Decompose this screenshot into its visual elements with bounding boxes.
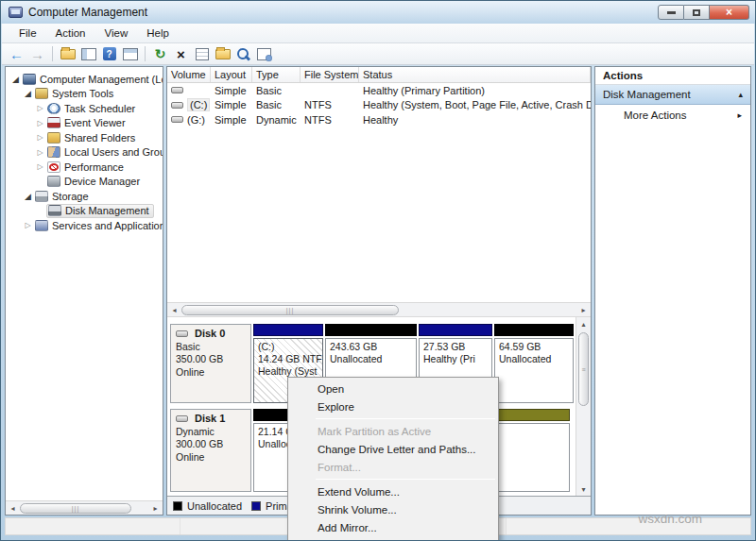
- disk-name-text: Disk 0: [195, 328, 225, 341]
- close-button[interactable]: ×: [710, 5, 749, 20]
- menu-file[interactable]: File: [9, 25, 46, 41]
- refresh-icon[interactable]: ↻: [150, 44, 170, 63]
- tree-item-services-and-applications[interactable]: ▷Services and Applications: [6, 218, 163, 233]
- disk-view-vertical-scrollbar[interactable]: ▴ ≡ ▾: [576, 317, 591, 496]
- actions-disk-management-header[interactable]: Disk Management ▴: [595, 85, 750, 105]
- tree-item-computer-management-local-[interactable]: ◢Computer Management (Local): [6, 72, 163, 87]
- volume-list-horizontal-scrollbar[interactable]: ◂ ||| ▸: [167, 302, 591, 317]
- context-menu-item-shrink-volume[interactable]: Shrink Volume...: [289, 500, 497, 518]
- volume-row-g[interactable]: (G:)SimpleDynamicNTFSHealthy: [167, 112, 591, 127]
- tree-item-storage[interactable]: ◢Storage: [6, 189, 163, 204]
- maximize-button[interactable]: [684, 5, 710, 20]
- open-folder-icon[interactable]: [213, 44, 232, 63]
- partition-label: (C:): [258, 341, 318, 353]
- context-menu-item-open[interactable]: Open: [289, 380, 497, 397]
- tree-item-label: Local Users and Groups: [64, 146, 163, 158]
- tree-item-task-scheduler[interactable]: ▷Task Scheduler: [6, 101, 163, 116]
- scroll-right-icon[interactable]: ▸: [576, 303, 591, 316]
- more-actions-item[interactable]: More Actions ▸: [595, 105, 750, 125]
- console-tree-icon[interactable]: [78, 44, 98, 63]
- window-title: Computer Management: [28, 6, 147, 19]
- menu-action[interactable]: Action: [46, 25, 95, 41]
- help-icon[interactable]: ?: [99, 44, 119, 63]
- delete-icon[interactable]: ×: [171, 44, 191, 63]
- disk-label-disk-1[interactable]: Disk 1Dynamic300.00 GBOnline: [170, 409, 251, 492]
- device-manager-icon: [47, 176, 60, 187]
- scroll-thumb[interactable]: |||: [20, 503, 131, 514]
- tree-item-label: Event Viewer: [64, 117, 126, 128]
- tree-selection: Disk Management: [46, 204, 154, 218]
- tree-collapsed-arrow-icon[interactable]: ▷: [22, 221, 34, 229]
- type-cell: Dynamic: [252, 114, 301, 126]
- volume-list: SimpleBasicHealthy (Primary Partition)(C…: [167, 83, 591, 302]
- scroll-thumb[interactable]: |||: [181, 305, 399, 315]
- title-bar: Computer Management ×: [1, 1, 755, 24]
- search-icon[interactable]: [233, 44, 253, 63]
- tree-item-device-manager[interactable]: Device Manager: [6, 175, 163, 190]
- tree-expanded-arrow-icon[interactable]: ◢: [9, 75, 22, 84]
- collapse-icon[interactable]: ▴: [738, 90, 743, 99]
- scroll-right-icon[interactable]: ▸: [148, 501, 163, 515]
- tree-item-label: Computer Management (Local): [40, 74, 163, 85]
- minimize-button[interactable]: [658, 5, 684, 20]
- shared-folders-icon: [47, 132, 60, 144]
- delete-icon: ×: [177, 46, 185, 62]
- column-header-type[interactable]: Type: [252, 67, 301, 82]
- context-menu-item-explore[interactable]: Explore: [289, 397, 497, 415]
- column-header-status[interactable]: Status: [359, 67, 591, 82]
- tree-collapsed-arrow-icon[interactable]: ▷: [34, 119, 46, 127]
- tree-item-disk-management[interactable]: Disk Management: [6, 204, 163, 219]
- tree-item-system-tools[interactable]: ◢System Tools: [6, 87, 163, 102]
- console-window-icon[interactable]: [120, 44, 140, 63]
- disk-label-disk-0[interactable]: Disk 0Basic350.00 GBOnline: [170, 324, 251, 403]
- toolbar-separator: [145, 46, 146, 61]
- partition-body[interactable]: 64.59 GBUnallocated: [494, 338, 574, 403]
- tree-item-label: Performance: [64, 161, 124, 173]
- forward-icon[interactable]: →: [27, 44, 47, 63]
- tree-collapsed-arrow-icon[interactable]: ▷: [34, 104, 46, 112]
- scroll-down-icon[interactable]: ▾: [576, 482, 591, 496]
- context-menu-item-add-mirror[interactable]: Add Mirror...: [289, 518, 497, 536]
- tree-horizontal-scrollbar[interactable]: ◂ ||| ▸: [6, 500, 163, 515]
- volume-row[interactable]: SimpleBasicHealthy (Primary Partition): [167, 83, 591, 98]
- partition-color-bar: [253, 324, 323, 336]
- column-header-volume[interactable]: Volume: [167, 67, 211, 82]
- toolbar: ←→?↻×: [2, 43, 754, 65]
- tree-collapsed-arrow-icon[interactable]: ▷: [34, 162, 46, 171]
- tree-collapsed-arrow-icon[interactable]: ▷: [34, 133, 46, 142]
- performance-icon: [47, 161, 60, 173]
- type-cell: Basic: [252, 99, 301, 110]
- disk-icon: [176, 330, 188, 337]
- menu-help[interactable]: Help: [137, 25, 179, 41]
- volume-row-c[interactable]: (C:)SimpleBasicNTFSHealthy (System, Boot…: [167, 98, 591, 113]
- column-header-layout[interactable]: Layout: [211, 67, 252, 82]
- tree-item-shared-folders[interactable]: ▷Shared Folders: [6, 130, 163, 145]
- scroll-left-icon[interactable]: ◂: [6, 501, 20, 515]
- tree-item-performance[interactable]: ▷Performance: [6, 160, 163, 175]
- export-list-icon[interactable]: [58, 44, 77, 63]
- properties-icon[interactable]: [192, 44, 212, 63]
- menu-view[interactable]: View: [95, 25, 138, 41]
- settings-icon[interactable]: [254, 44, 274, 63]
- tree-expanded-arrow-icon[interactable]: ◢: [22, 192, 34, 201]
- partition-state: Unallocated: [330, 353, 412, 365]
- context-menu-item-change-drive-letter-and-paths[interactable]: Change Drive Letter and Paths...: [289, 440, 497, 458]
- open-folder-icon: [215, 49, 231, 59]
- computer-icon: [23, 74, 36, 85]
- partition-64-59-gb[interactable]: 64.59 GBUnallocated: [494, 324, 574, 403]
- disk-type: Dynamic: [176, 426, 246, 439]
- refresh-icon: ↻: [155, 46, 166, 61]
- tree-item-event-viewer[interactable]: ▷Event Viewer: [6, 116, 163, 131]
- tree-item-label: Storage: [52, 191, 89, 202]
- legend-swatch: [251, 501, 261, 511]
- tree-item-local-users-and-groups[interactable]: ▷Local Users and Groups: [6, 145, 163, 161]
- tree-expanded-arrow-icon[interactable]: ◢: [22, 89, 34, 98]
- tree-collapsed-arrow-icon[interactable]: ▷: [34, 148, 46, 157]
- back-icon[interactable]: ←: [7, 44, 26, 63]
- scroll-up-icon[interactable]: ▴: [576, 317, 591, 330]
- column-header-file-system[interactable]: File System: [301, 67, 359, 82]
- scroll-left-icon[interactable]: ◂: [167, 303, 181, 316]
- layout-cell: Simple: [211, 85, 252, 96]
- scroll-thumb[interactable]: ≡: [578, 332, 589, 406]
- context-menu-item-extend-volume[interactable]: Extend Volume...: [289, 482, 497, 500]
